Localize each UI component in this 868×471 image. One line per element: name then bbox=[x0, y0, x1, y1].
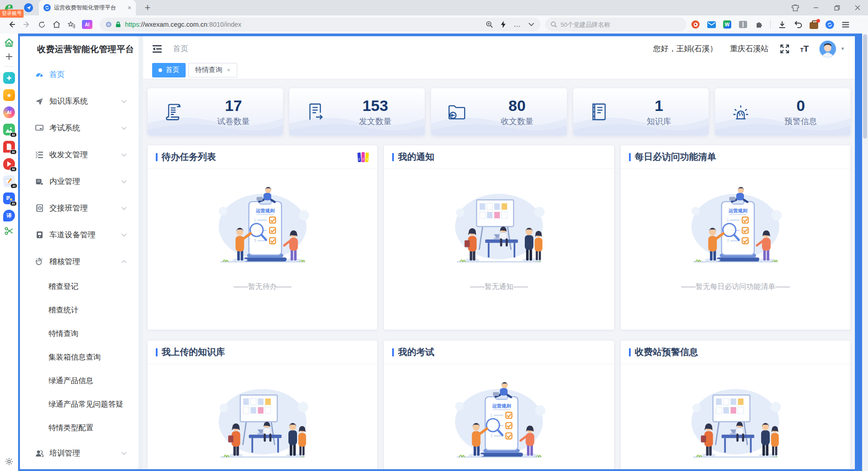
ai-image-icon[interactable]: AI bbox=[3, 124, 15, 135]
sidebar-subitem-special-case-query[interactable]: 特情查询 bbox=[20, 322, 139, 346]
alarm-siren-icon bbox=[730, 101, 751, 122]
binders-icon[interactable] bbox=[357, 152, 369, 163]
downloads-icon[interactable] bbox=[777, 20, 786, 29]
stat-card-outgoing-docs[interactable]: 153 发文数量 bbox=[289, 88, 425, 135]
sidebar-subitem-audit-statistics[interactable]: 稽查统计 bbox=[20, 298, 139, 322]
address-chevron-icon[interactable] bbox=[528, 23, 534, 26]
ai-pdf-icon[interactable]: AI bbox=[3, 141, 15, 153]
search-box[interactable] bbox=[545, 18, 686, 31]
stat-card-exams[interactable]: 17 试卷数量 bbox=[148, 88, 283, 135]
font-size-icon[interactable]: TT bbox=[800, 44, 809, 53]
mail-icon[interactable] bbox=[707, 20, 716, 29]
browser-titlebar: e 登录账号 运营收费智能化管理平台 × + bbox=[0, 0, 868, 15]
ai-badge: AI bbox=[10, 132, 17, 137]
collapse-sidebar-icon[interactable] bbox=[152, 45, 162, 53]
rail-divider bbox=[4, 66, 14, 67]
search-icon bbox=[551, 21, 557, 28]
minimize-button[interactable] bbox=[806, 0, 826, 15]
page-scrollbar[interactable] bbox=[862, 34, 868, 471]
chevron-down-icon bbox=[121, 207, 127, 210]
sidebar-item-shift-management[interactable]: 交接班管理 bbox=[20, 195, 139, 221]
new-tab-button[interactable]: + bbox=[141, 1, 154, 14]
settings-gear-icon[interactable] bbox=[5, 457, 13, 466]
stat-card-alerts[interactable]: 0 预警信息 bbox=[715, 88, 850, 135]
workspace-briefcase-icon[interactable] bbox=[810, 22, 818, 29]
title-accent-bar bbox=[156, 348, 158, 356]
view-tab-special-case-query[interactable]: 特情查询 × bbox=[188, 63, 237, 77]
tab-title: 运营收费智能化管理平台 bbox=[54, 4, 125, 12]
sidebar-item-lane-equipment[interactable]: 车道设备管理 bbox=[20, 221, 139, 248]
title-accent-bar bbox=[629, 348, 631, 356]
favorites-app-icon[interactable]: ★ bbox=[3, 89, 15, 101]
browser-toolbar: AI https://wxexam.cegc.com.cn:8010/index… bbox=[0, 15, 868, 34]
menu-icon[interactable] bbox=[841, 20, 850, 29]
view-tab-home[interactable]: 首页 bbox=[152, 63, 186, 77]
sidebar-subitem-green-product-info[interactable]: 绿通产品信息 bbox=[20, 369, 139, 393]
zoom-page-icon[interactable] bbox=[486, 21, 493, 28]
ai-doc-icon[interactable]: AI bbox=[3, 192, 15, 204]
rail-home-icon[interactable] bbox=[4, 38, 14, 47]
back-icon[interactable] bbox=[6, 18, 18, 31]
sidebar-subitem-audit-register[interactable]: 稽查登记 bbox=[20, 275, 139, 298]
empty-state-illustration bbox=[667, 380, 803, 466]
panel-title: 待办任务列表 bbox=[162, 151, 216, 163]
docs-w-icon[interactable]: W bbox=[723, 20, 731, 29]
flash-icon[interactable] bbox=[500, 21, 506, 28]
empty-state-text: ——暂无每日必访问功能清单—— bbox=[681, 282, 790, 292]
scrollbar-thumb[interactable] bbox=[863, 34, 867, 139]
empty-state-illustration bbox=[431, 185, 567, 271]
ai-assistant-icon[interactable]: AI bbox=[82, 20, 92, 29]
sidebar-item-exam-system[interactable]: 考试系统 bbox=[20, 115, 139, 141]
sidebar-item-internal-management[interactable]: 内业管理 bbox=[20, 168, 139, 195]
avatar[interactable] bbox=[819, 40, 837, 58]
theme-tshirt-icon[interactable] bbox=[785, 0, 806, 15]
home-icon[interactable] bbox=[51, 18, 63, 31]
avatar-caret-icon[interactable]: ▼ bbox=[840, 46, 845, 51]
weibo-icon[interactable] bbox=[691, 20, 700, 29]
translate-icon[interactable]: 译 bbox=[3, 210, 15, 221]
title-accent-bar bbox=[629, 153, 631, 161]
incoming-folder-icon bbox=[446, 101, 467, 122]
screenshot-scissors-icon[interactable] bbox=[5, 227, 14, 235]
ai-hub-icon[interactable]: AI bbox=[3, 106, 15, 118]
sidebar-item-audit-management[interactable]: 稽核管理 bbox=[20, 248, 139, 275]
restore-button[interactable] bbox=[826, 0, 847, 15]
tab-close-icon[interactable]: × bbox=[227, 67, 230, 73]
tab-close-icon[interactable]: × bbox=[128, 5, 131, 11]
address-bar[interactable]: https://wxexam.cegc.com.cn:8010/index … bbox=[100, 18, 541, 31]
stat-card-incoming-docs[interactable]: 80 收文数量 bbox=[431, 88, 566, 135]
sidebar-item-home[interactable]: 首页 bbox=[20, 61, 139, 88]
more-tools-icon[interactable]: … bbox=[513, 20, 521, 29]
health-app-icon[interactable]: ✚ bbox=[3, 72, 15, 84]
reading-list-icon[interactable] bbox=[739, 21, 747, 28]
sidebar-subitem-green-product-faq[interactable]: 绿通产品常见问题答疑 bbox=[20, 393, 139, 416]
extensions-puzzle-icon[interactable] bbox=[754, 20, 763, 29]
ai-video-icon[interactable]: AI bbox=[3, 158, 15, 170]
sidebar-subitem-special-type-config[interactable]: 特情类型配置 bbox=[20, 416, 139, 440]
reload-icon[interactable] bbox=[36, 18, 48, 31]
forward-icon[interactable] bbox=[21, 18, 33, 31]
stat-card-knowledge-base[interactable]: 1 知识库 bbox=[573, 88, 709, 135]
stat-label: 知识库 bbox=[647, 116, 671, 127]
ai-note-icon[interactable]: AI bbox=[3, 175, 16, 188]
sidebar-item-knowledge-system[interactable]: 知识库系统 bbox=[20, 88, 139, 115]
stat-value: 17 bbox=[225, 97, 242, 115]
stat-value: 80 bbox=[508, 97, 526, 115]
sidebar-subitem-container-info-query[interactable]: 集装箱信息查询 bbox=[20, 346, 139, 369]
login-account-tooltip[interactable]: 登录账号 bbox=[0, 10, 24, 18]
monitor-icon bbox=[35, 125, 44, 132]
empty-state-illustration bbox=[195, 380, 331, 466]
sync-icon[interactable] bbox=[825, 20, 834, 29]
fullscreen-icon[interactable] bbox=[780, 44, 789, 53]
site-info-icon[interactable] bbox=[106, 22, 111, 27]
history-undo-icon[interactable] bbox=[793, 20, 802, 29]
close-button[interactable] bbox=[847, 0, 868, 15]
breadcrumb[interactable]: 首页 bbox=[173, 43, 188, 54]
sidebar-item-training-management[interactable]: 培训管理 bbox=[20, 440, 139, 466]
rail-add-icon[interactable] bbox=[5, 53, 13, 61]
search-input[interactable] bbox=[561, 21, 681, 28]
sidebar-item-document-management[interactable]: 收发文管理 bbox=[20, 141, 139, 168]
favorites-icon[interactable] bbox=[66, 18, 78, 31]
browser-tab[interactable]: 运营收费智能化管理平台 × bbox=[39, 0, 136, 15]
browser-profile-icon[interactable] bbox=[24, 3, 33, 12]
